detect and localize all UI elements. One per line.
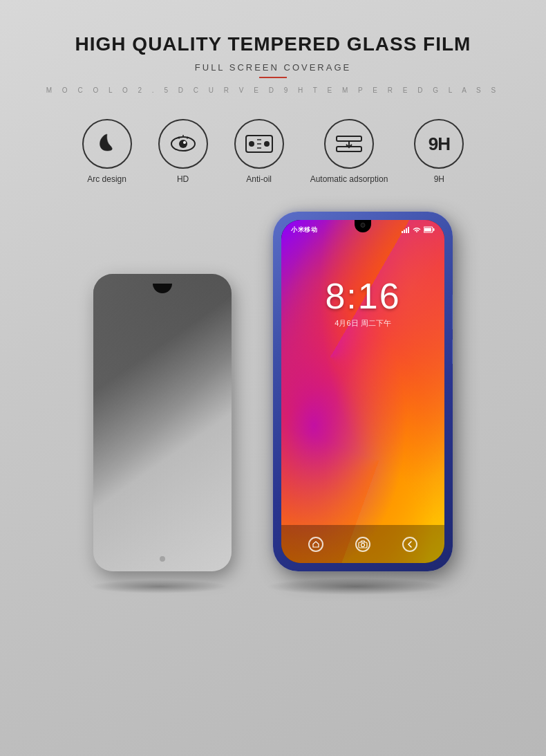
antioil-icon [245, 134, 274, 154]
clock-date: 4月6日 周二下午 [281, 318, 444, 329]
arc-design-label: Arc design [87, 174, 126, 184]
signal-icon [402, 226, 410, 233]
adsorption-circle [324, 119, 374, 169]
features-row: Arc design HD [82, 119, 464, 184]
home-svg [312, 540, 320, 548]
header-section: HIGH QUALITY TEMPERED GLASS FILM FULL SC… [46, 0, 500, 113]
phone-wallpaper: 小米移动 [281, 220, 444, 563]
svg-point-7 [249, 141, 254, 147]
glass-body [93, 274, 232, 571]
status-icons [402, 226, 435, 233]
subtitle: FULL SCREEN COVERAGE [46, 62, 500, 73]
adsorption-label: Automatic adsorption [310, 174, 388, 184]
camera-svg [358, 540, 368, 548]
clock-display: 8:16 4月6日 周二下午 [281, 275, 444, 329]
home-icon [308, 537, 323, 552]
subtitle-underline [259, 77, 287, 78]
svg-rect-15 [402, 231, 403, 233]
svg-rect-21 [424, 228, 431, 232]
svg-rect-16 [404, 230, 405, 233]
wallpaper-swirl [281, 220, 444, 563]
tagline: M O C O L O 2 . 5 D C U R V E D 9 H T E … [46, 86, 500, 94]
arc-design-circle [82, 119, 132, 169]
glass-notch [153, 284, 172, 293]
feature-9h: 9H 9H [414, 119, 464, 184]
clock-time: 8:16 [281, 275, 444, 317]
hd-icon [169, 131, 198, 156]
back-icon [402, 537, 417, 552]
wifi-icon [413, 226, 421, 233]
feature-arc-design: Arc design [82, 119, 132, 184]
back-svg [406, 540, 414, 548]
phone-shadow [266, 578, 446, 595]
hd-circle [158, 119, 208, 169]
phone-screen: 小米移动 [281, 220, 444, 563]
antioil-circle [234, 119, 284, 169]
svg-rect-12 [337, 136, 361, 141]
carrier-text: 小米移动 [291, 225, 317, 234]
feature-anti-oil: Anti-oil [234, 119, 284, 184]
svg-point-23 [361, 543, 365, 546]
battery-icon [424, 226, 435, 233]
svg-point-1 [179, 140, 187, 148]
page-wrapper: HIGH QUALITY TEMPERED GLASS FILM FULL SC… [0, 0, 546, 756]
svg-point-2 [183, 141, 186, 144]
arc-icon [95, 131, 120, 156]
phone-bottom-bar [281, 525, 444, 563]
glass-dot [160, 556, 165, 562]
9h-circle: 9H [414, 119, 464, 169]
glass-protector [83, 267, 242, 585]
svg-point-8 [264, 141, 270, 147]
phone-container: 小米移动 [263, 212, 463, 585]
phone-btn-volume-up [452, 340, 453, 364]
front-camera [361, 223, 366, 228]
antioil-label: Anti-oil [246, 174, 272, 184]
phones-section: 小米移动 [55, 212, 491, 585]
glass-shadow [90, 580, 228, 593]
9h-text: 9H [429, 133, 450, 155]
feature-hd: HD [158, 119, 208, 184]
svg-rect-17 [406, 228, 407, 233]
phone-body: 小米移动 [273, 212, 453, 571]
adsorption-icon [335, 133, 364, 155]
phone-btn-power [452, 295, 453, 329]
main-title: HIGH QUALITY TEMPERED GLASS FILM [46, 33, 500, 55]
svg-rect-18 [408, 227, 409, 233]
feature-adsorption: Automatic adsorption [310, 119, 388, 184]
hd-label: HD [177, 174, 189, 184]
svg-rect-20 [433, 228, 435, 231]
9h-label: 9H [434, 174, 444, 184]
camera-bottom-icon [355, 537, 370, 552]
